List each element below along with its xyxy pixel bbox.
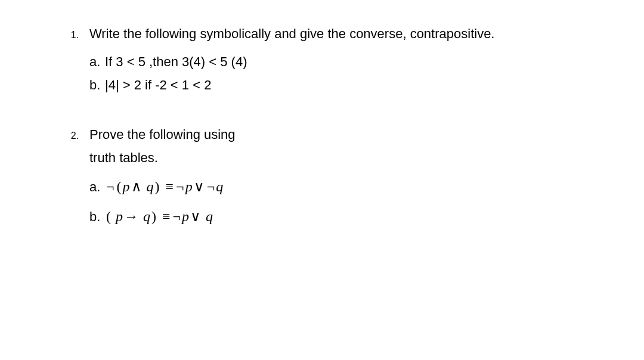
problem-1-header: 1. Write the following symbolically and …	[60, 24, 608, 44]
var-q: q	[147, 179, 154, 194]
and-symbol: ∧	[130, 179, 143, 194]
arrow-symbol: →	[123, 209, 140, 224]
var-q: q	[206, 209, 213, 224]
problem-2-header: 2. Prove the following using	[60, 125, 608, 144]
var-p: p	[185, 179, 193, 194]
left-paren: (	[116, 179, 123, 194]
math-expression: ( p→ q) ≡¬p∨ q	[105, 206, 608, 227]
problem-2-subitems: a. ¬(p∧ q) ≡¬p∨¬q b. ( p→ q) ≡¬p∨ q	[89, 176, 608, 227]
not-symbol: ¬	[206, 179, 216, 194]
problem-2-text: Prove the following using	[89, 125, 608, 144]
problem-2-number: 2.	[60, 129, 89, 143]
right-paren: )	[154, 179, 161, 194]
problem-1-subitems: a. If 3 < 5 ,then 3(4) < 5 (4) b. |4| > …	[89, 52, 608, 95]
problem-1-text: Write the following symbolically and giv…	[89, 24, 608, 44]
problem-1-sub-a: a. If 3 < 5 ,then 3(4) < 5 (4)	[89, 52, 608, 72]
var-p: p	[116, 209, 123, 224]
equiv-symbol: ≡	[161, 209, 172, 224]
sub-label: a.	[89, 52, 105, 72]
sub-content: If 3 < 5 ,then 3(4) < 5 (4)	[105, 52, 608, 72]
sub-label: b.	[89, 75, 105, 95]
not-symbol: ¬	[105, 179, 116, 194]
or-symbol: ∨	[189, 209, 202, 224]
sub-label: a.	[89, 177, 105, 197]
problem-1-number: 1.	[60, 28, 89, 42]
sub-content: |4| > 2 if -2 < 1 < 2	[105, 75, 608, 95]
problem-2: 2. Prove the following using truth table…	[60, 125, 608, 227]
math-expression: ¬(p∧ q) ≡¬p∨¬q	[105, 176, 608, 197]
problem-1: 1. Write the following symbolically and …	[60, 24, 608, 95]
left-paren: (	[105, 209, 112, 224]
var-q: q	[143, 209, 150, 224]
right-paren: )	[150, 209, 157, 224]
problem-2-sub-b: b. ( p→ q) ≡¬p∨ q	[89, 206, 608, 227]
var-p: p	[123, 179, 130, 194]
or-symbol: ∨	[193, 179, 206, 194]
not-symbol: ¬	[172, 209, 182, 224]
problem-2-extra-line: truth tables.	[89, 148, 608, 167]
sub-label: b.	[89, 207, 105, 226]
not-symbol: ¬	[175, 179, 185, 194]
problem-1-sub-b: b. |4| > 2 if -2 < 1 < 2	[89, 75, 608, 95]
equiv-symbol: ≡	[165, 179, 175, 194]
var-p: p	[182, 209, 189, 224]
problem-2-sub-a: a. ¬(p∧ q) ≡¬p∨¬q	[89, 176, 608, 197]
var-q: q	[216, 179, 223, 194]
